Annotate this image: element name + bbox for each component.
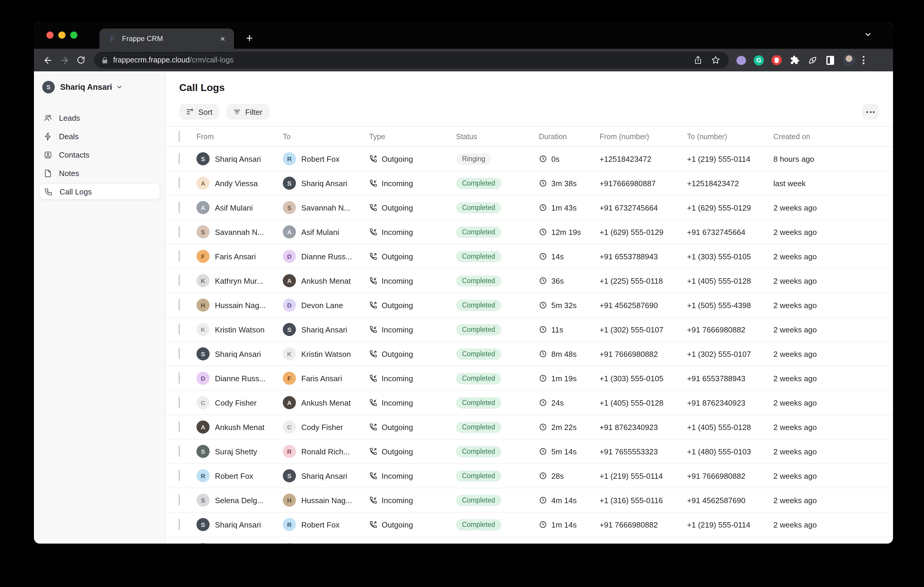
to-name: Savannah N... [301,203,350,212]
table-row[interactable]: SSuraj Shetty RRonald Rich... Outgoing C… [165,439,893,464]
tab-close-icon[interactable]: × [217,33,228,44]
sidebar-item-contacts[interactable]: Contacts [39,146,160,163]
list-actions: Sort Filter [179,104,269,120]
browser-tab[interactable]: F Frappe CRM × [99,28,234,49]
row-checkbox[interactable] [178,421,180,432]
more-options-button[interactable] [862,104,879,120]
table-row[interactable]: RRobert Fox SShariq Ansari Incoming Comp… [165,464,893,488]
back-button[interactable] [39,52,56,68]
sidebar-item-notes[interactable]: Notes [39,165,160,181]
tab-search-chevron-icon[interactable] [864,30,872,39]
call-type: Incoming [382,325,413,334]
browser-menu-icon[interactable] [863,56,865,64]
tab-title: Frappe CRM [122,35,217,43]
zoom-window-button[interactable] [70,31,78,39]
row-checkbox[interactable] [178,226,180,237]
row-checkbox[interactable] [178,372,180,384]
created-on: 8 hours ago [773,155,893,163]
status-badge: Completed [456,519,501,531]
clock-icon [539,350,547,358]
duration: 5m 14s [551,447,577,456]
from-avatar: A [196,177,210,190]
to-name: Kristin Watson [301,349,351,358]
workspace-switcher[interactable]: S Shariq Ansari [39,79,160,96]
forward-button[interactable] [56,52,73,68]
table-row[interactable]: CCody Fisher AAnkush Menat Incoming Comp… [165,391,893,415]
row-checkbox[interactable] [178,543,180,544]
call-type: Outgoing [382,349,413,358]
table-row[interactable]: SShariq Ansari RRobert Fox Outgoing Ring… [165,147,893,171]
table-row[interactable]: KKathryn Mur... AAnkush Menat Incoming C… [165,269,893,293]
tab-strip: F Frappe CRM × + [34,22,893,49]
from-number: +1 (303) 555-0105 [599,374,687,383]
grammarly-extension-icon[interactable]: G [754,55,764,65]
browser-toolbar: frappecrm.frappe.cloud/crm/call-logs G [34,49,893,71]
row-checkbox[interactable] [178,250,180,262]
call-type-icon [369,276,378,285]
row-checkbox[interactable] [178,519,180,530]
from-name: Cody Fisher [215,398,257,407]
table-row[interactable]: FFaris Ansari DDianne Russ... Outgoing C… [165,245,893,269]
browser-profile-avatar[interactable] [843,54,855,66]
table-row[interactable]: HHussain Nag... DDevon Lane Outgoing Com… [165,293,893,317]
table-row[interactable]: AAndy Viessa SShariq Ansari Incoming Com… [165,171,893,196]
from-avatar: S [196,445,210,458]
table-row[interactable]: DDianne Russ... FFaris Ansari Incoming C… [165,367,893,391]
sidebar-item-deals[interactable]: Deals [39,128,160,145]
row-checkbox[interactable] [178,324,180,335]
to-name: Ronald Rich... [301,447,350,456]
table-row[interactable]: SShariq Ansari RRobert Fox Outgoing Comp… [165,513,893,537]
leaf-extension-icon[interactable] [807,55,817,65]
share-icon[interactable] [694,55,703,65]
call-type: Incoming [382,496,413,505]
table-row[interactable]: SSelena Delg... HHussain Nag... Incoming… [165,488,893,513]
table-row-partial[interactable] [165,537,893,544]
to-avatar: H [283,493,296,507]
call-type-icon [369,496,378,504]
select-all-checkbox[interactable] [178,130,180,142]
address-bar[interactable]: frappecrm.frappe.cloud/crm/call-logs [94,52,729,68]
adblock-extension-icon[interactable] [772,55,782,65]
to-name: Robert Fox [301,520,340,529]
reading-list-extension-icon[interactable] [825,55,835,65]
row-checkbox[interactable] [178,202,180,213]
column-header: Type [369,132,456,141]
row-checkbox[interactable] [178,275,180,286]
table-row[interactable]: KKristin Watson SShariq Ansari Incoming … [165,317,893,342]
new-tab-button[interactable]: + [241,30,258,46]
minimize-window-button[interactable] [58,31,66,39]
to-avatar: A [283,225,296,238]
table-row[interactable]: AAnkush Menat CCody Fisher Outgoing Comp… [165,415,893,439]
table-row[interactable]: AAsif Mulani SSavannah N... Outgoing Com… [165,196,893,220]
contact-icon [43,150,53,159]
bookmark-star-icon[interactable] [711,55,720,65]
reload-button[interactable] [73,52,89,68]
sidebar-item-leads[interactable]: Leads [39,109,160,126]
row-checkbox[interactable] [178,153,180,164]
call-type: Outgoing [382,301,413,309]
row-checkbox[interactable] [178,177,180,189]
from-avatar: A [196,421,210,434]
sidebar-item-call-logs[interactable]: Call Logs [39,183,160,200]
row-checkbox[interactable] [178,397,180,408]
row-checkbox[interactable] [178,348,180,359]
table-row[interactable]: SSavannah N... AAsif Mulani Incoming Com… [165,220,893,245]
status-badge: Completed [456,422,501,433]
close-window-button[interactable] [46,31,54,39]
row-checkbox[interactable] [178,494,180,505]
github-extension-icon[interactable] [736,55,746,65]
row-checkbox[interactable] [178,299,180,311]
from-number: +917666980887 [599,179,687,187]
status-badge: Completed [456,227,501,238]
to-number: +91 6732745664 [687,227,773,237]
sort-button[interactable]: Sort [179,104,219,120]
row-checkbox[interactable] [178,446,180,457]
to-number: +91 7666980882 [687,471,773,480]
puzzle-extension-icon[interactable] [789,55,800,65]
to-avatar: R [283,445,296,458]
call-type-icon [369,252,378,260]
filter-button[interactable]: Filter [226,104,269,120]
column-header: Created on [773,132,893,141]
table-row[interactable]: SShariq Ansari KKristin Watson Outgoing … [165,342,893,367]
row-checkbox[interactable] [178,470,180,481]
